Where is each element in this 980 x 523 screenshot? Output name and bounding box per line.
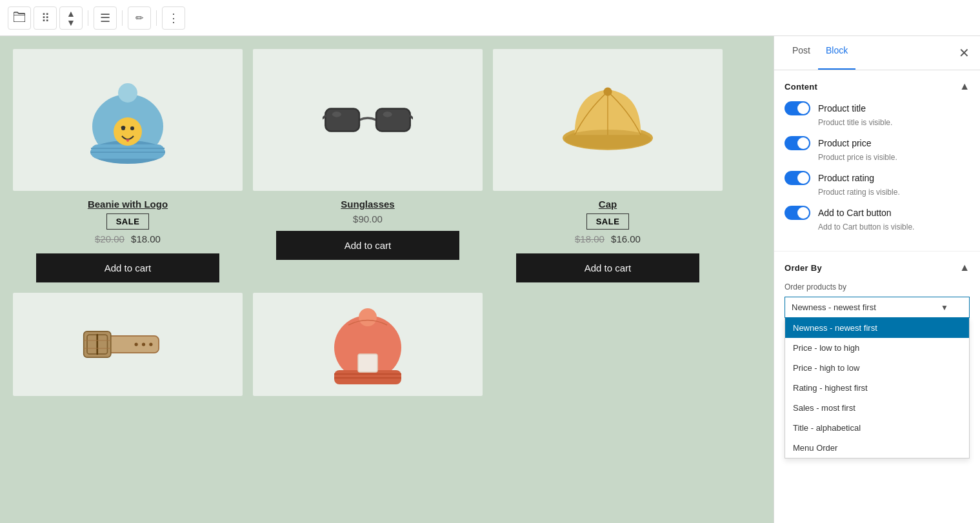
main-layout: Beanie with Logo SALE $20.00 $18.00 Add …: [0, 36, 980, 523]
product-price-label: Product price: [818, 138, 871, 148]
order-products-label: Order products by: [785, 282, 970, 291]
list-icon: ☰: [100, 11, 110, 25]
collapse-content-icon[interactable]: ▲: [959, 81, 970, 92]
arrows-icon: ▲▼: [66, 9, 75, 27]
order-by-selected-value: Newness - newest first: [792, 302, 876, 312]
original-price-beanie-logo: $20.00: [95, 233, 125, 244]
product-rating-label: Product rating: [818, 173, 874, 183]
folder-icon: [14, 12, 25, 25]
product-image-sunglasses: [253, 49, 483, 191]
block-tab[interactable]: Block: [818, 36, 855, 70]
product-price-desc: Product price is visible.: [785, 153, 970, 162]
product-rating-toggle[interactable]: [785, 171, 810, 185]
price-cap: $18.00 $16.00: [575, 233, 641, 244]
product-name-beanie-logo: Beanie with Logo: [88, 199, 168, 210]
dropdown-option-price-high[interactable]: Price - high to low: [785, 358, 969, 378]
svg-point-22: [149, 342, 152, 346]
sunglasses-illustration: [323, 75, 413, 165]
separator-3: [156, 10, 157, 26]
collapse-order-icon[interactable]: ▲: [959, 262, 970, 273]
dropdown-option-title[interactable]: Title - alphabetical: [785, 418, 969, 438]
more-icon: ⋮: [168, 11, 179, 25]
product-price-row: Product price: [785, 136, 970, 150]
product-card-cap: Cap SALE $18.00 $16.00 Add to cart: [493, 49, 723, 282]
folder-button[interactable]: [8, 6, 31, 30]
original-price-cap: $18.00: [575, 233, 605, 244]
sale-price-beanie-logo: $18.00: [131, 233, 161, 244]
product-image-beanie-orange: [253, 293, 483, 396]
product-card-belt: [13, 293, 243, 404]
price-sunglasses: $90.00: [353, 213, 383, 224]
product-title-label: Product title: [818, 103, 866, 113]
svg-point-14: [332, 112, 341, 117]
svg-point-18: [565, 130, 651, 149]
content-section: Content ▲ Product title Product title is…: [774, 70, 980, 252]
arrows-button[interactable]: ▲▼: [59, 6, 83, 30]
close-button[interactable]: ✕: [959, 36, 970, 70]
svg-rect-33: [358, 354, 377, 372]
add-to-cart-desc: Add to Cart button is visible.: [785, 222, 970, 232]
svg-point-20: [135, 342, 138, 346]
product-title-row: Product title: [785, 101, 970, 115]
drag-button[interactable]: ⠿: [34, 6, 57, 30]
product-name-sunglasses: Sunglasses: [341, 199, 394, 210]
price-beanie-logo: $20.00 $18.00: [95, 233, 161, 244]
product-rating-row: Product rating: [785, 171, 970, 185]
dropdown-option-newness[interactable]: Newness - newest first: [785, 318, 969, 338]
add-to-cart-toggle[interactable]: [785, 206, 810, 220]
sale-price-cap: $16.00: [611, 233, 641, 244]
product-card-beanie-orange: [253, 293, 483, 404]
editor-canvas: Beanie with Logo SALE $20.00 $18.00 Add …: [0, 36, 774, 523]
more-button[interactable]: ⋮: [162, 6, 185, 30]
svg-point-32: [359, 308, 377, 326]
svg-point-15: [383, 112, 392, 117]
order-by-dropdown: Newness - newest first Price - low to hi…: [785, 318, 970, 459]
chevron-down-icon: ▼: [941, 303, 948, 312]
drag-icon: ⠿: [41, 11, 50, 25]
product-name-cap: Cap: [599, 199, 617, 210]
belt-illustration: [83, 299, 173, 390]
edit-button[interactable]: ✏: [128, 6, 151, 30]
cap-illustration: [563, 75, 653, 165]
dropdown-option-menu[interactable]: Menu Order: [785, 438, 969, 458]
order-by-select-wrapper: Newness - newest first ▼ Newness - newes…: [785, 297, 970, 318]
dropdown-option-rating[interactable]: Rating - highest first: [785, 378, 969, 398]
add-to-cart-label: Add to Cart button: [818, 208, 892, 218]
add-to-cart-cap[interactable]: Add to cart: [516, 253, 700, 282]
product-title-toggle[interactable]: [785, 101, 810, 115]
right-sidebar: Post Block ✕ Content ▲ Product title Pro…: [774, 36, 980, 523]
beanie-orange-illustration: [323, 299, 413, 390]
edit-icon: ✏: [135, 12, 144, 24]
content-section-header: Content ▲: [785, 81, 970, 92]
list-button[interactable]: ☰: [94, 6, 117, 30]
product-image-cap: [493, 49, 723, 191]
editor-toolbar: ⠿ ▲▼ ☰ ✏ ⋮: [0, 0, 980, 36]
svg-point-6: [118, 83, 137, 103]
order-by-header: Order By ▲: [785, 262, 970, 273]
svg-point-9: [130, 126, 134, 130]
order-by-title: Order By: [785, 263, 822, 273]
product-card-sunglasses: Sunglasses $90.00 Add to cart: [253, 49, 483, 282]
product-rating-desc: Product rating is visible.: [785, 188, 970, 197]
dropdown-option-sales[interactable]: Sales - most first: [785, 398, 969, 418]
product-image-beanie-logo: [13, 49, 243, 191]
add-to-cart-beanie-logo[interactable]: Add to cart: [36, 253, 220, 282]
sale-badge-cap: SALE: [586, 213, 630, 230]
product-image-belt: [13, 293, 243, 396]
product-card-beanie-logo: Beanie with Logo SALE $20.00 $18.00 Add …: [13, 49, 243, 282]
svg-rect-11: [376, 109, 410, 132]
product-price-toggle[interactable]: [785, 136, 810, 150]
content-section-title: Content: [785, 82, 817, 92]
dropdown-option-price-low[interactable]: Price - low to high: [785, 338, 969, 358]
product-grid: Beanie with Logo SALE $20.00 $18.00 Add …: [13, 49, 723, 404]
svg-point-21: [142, 342, 145, 346]
beanie-blue-illustration: [83, 75, 173, 165]
order-by-select[interactable]: Newness - newest first ▼: [785, 297, 970, 318]
post-tab[interactable]: Post: [785, 36, 818, 70]
sidebar-tabs: Post Block ✕: [774, 36, 980, 70]
svg-rect-10: [325, 109, 359, 132]
add-to-cart-sunglasses[interactable]: Add to cart: [276, 231, 460, 260]
order-by-section: Order By ▲ Order products by Newness - n…: [774, 252, 980, 328]
separator-2: [122, 10, 123, 26]
separator-1: [88, 10, 88, 26]
